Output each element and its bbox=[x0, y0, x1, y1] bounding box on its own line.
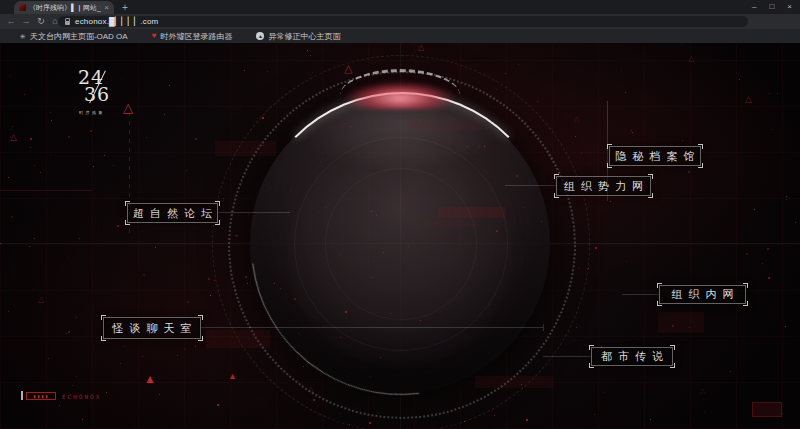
warning-triangle-icon: ▲ bbox=[256, 32, 264, 40]
close-window-button[interactable]: × bbox=[787, 3, 792, 11]
nav-link-label: 组织内网 bbox=[672, 289, 740, 300]
nav-link-org-power-network[interactable]: 组织势力网 bbox=[556, 176, 651, 196]
address-bar[interactable]: echonox.█▏▏▏▏.com bbox=[58, 16, 748, 27]
footer-code-badge: ▮▮▮▮ bbox=[26, 392, 56, 400]
nav-link-label: 都市传说 bbox=[601, 351, 669, 362]
dashed-arc-segment bbox=[340, 69, 460, 122]
tab-title: 《时序残响》▌▏网站_时序 bbox=[29, 1, 101, 14]
forward-button[interactable]: → bbox=[19, 14, 33, 29]
connector-line bbox=[201, 327, 543, 328]
bookmarks-bar: ✳ 天文台内网主页面-OAD OA ♥ 时外墟区登录路由器 ▲ 异常修正中心主页… bbox=[0, 29, 800, 43]
tab-strip: 《时序残响》▌▏网站_时序 × + – □ × bbox=[0, 0, 800, 14]
tab-close-icon[interactable]: × bbox=[104, 4, 109, 12]
page-viewport: 24 36 时序残象 超自然论坛 怪谈聊天室 隐秘档案馆 组织势力网 组织内网 bbox=[0, 43, 800, 429]
footer-code: ▮▮▮▮ bbox=[33, 394, 49, 399]
nav-link-label: 超自然论坛 bbox=[133, 208, 218, 219]
nav-link-hidden-archives[interactable]: 隐秘档案馆 bbox=[609, 146, 701, 166]
nav-link-urban-legends[interactable]: 都市传说 bbox=[591, 347, 673, 366]
active-tab[interactable]: 《时序残响》▌▏网站_时序 × bbox=[14, 1, 114, 14]
gear-icon: ✳ bbox=[20, 33, 26, 40]
footer-marker-bar bbox=[21, 391, 23, 400]
maximize-button[interactable]: □ bbox=[769, 3, 774, 11]
sphere-rim-highlight bbox=[250, 92, 554, 396]
nav-link-label: 怪谈聊天室 bbox=[113, 323, 198, 334]
connector-line bbox=[505, 185, 556, 186]
logo-bottom-number: 36 bbox=[84, 83, 110, 105]
bookmark-label: 天文台内网主页面-OAD OA bbox=[30, 31, 128, 42]
bookmark-label: 时外墟区登录路由器 bbox=[160, 31, 232, 42]
connector-line bbox=[543, 324, 544, 331]
red-scanline bbox=[0, 190, 92, 191]
url-text[interactable]: echonox.█▏▏▏▏.com bbox=[75, 16, 158, 27]
logo-caption: 时序残象 bbox=[79, 110, 105, 115]
browser-toolbar: ← → ↻ ⌂ echonox.█▏▏▏▏.com ⋮ bbox=[0, 14, 800, 29]
window-controls: – □ × bbox=[752, 0, 792, 14]
site-favicon-icon bbox=[19, 4, 26, 11]
lock-icon bbox=[65, 21, 70, 25]
connector-line bbox=[543, 356, 591, 357]
minimize-button[interactable]: – bbox=[752, 3, 756, 11]
connector-line bbox=[622, 294, 659, 295]
nav-link-org-intranet[interactable]: 组织内网 bbox=[659, 285, 746, 304]
nav-link-ghost-chatroom[interactable]: 怪谈聊天室 bbox=[103, 317, 201, 339]
footer-site-name: ECHONOX bbox=[62, 393, 101, 400]
nav-link-supernatural-forum[interactable]: 超自然论坛 bbox=[127, 203, 218, 223]
nav-link-label: 隐秘档案馆 bbox=[616, 151, 701, 162]
bookmark-correction-center[interactable]: ▲ 异常修正中心主页面 bbox=[256, 31, 340, 42]
corner-red-chip bbox=[752, 402, 782, 417]
logo-2436: 24 36 时序残象 bbox=[76, 68, 126, 124]
bookmark-router[interactable]: ♥ 时外墟区登录路由器 bbox=[152, 31, 233, 42]
nav-link-label: 组织势力网 bbox=[564, 181, 649, 192]
new-tab-button[interactable]: + bbox=[122, 1, 128, 14]
reload-button[interactable]: ↻ bbox=[34, 14, 48, 29]
back-button[interactable]: ← bbox=[4, 14, 18, 29]
heart-icon: ♥ bbox=[152, 32, 157, 40]
bookmark-label: 异常修正中心主页面 bbox=[268, 31, 340, 42]
browser-window: 《时序残响》▌▏网站_时序 × + – □ × ← → ↻ ⌂ echonox.… bbox=[0, 0, 800, 429]
bookmark-observatory[interactable]: ✳ 天文台内网主页面-OAD OA bbox=[20, 31, 128, 42]
connector-line bbox=[218, 212, 290, 213]
